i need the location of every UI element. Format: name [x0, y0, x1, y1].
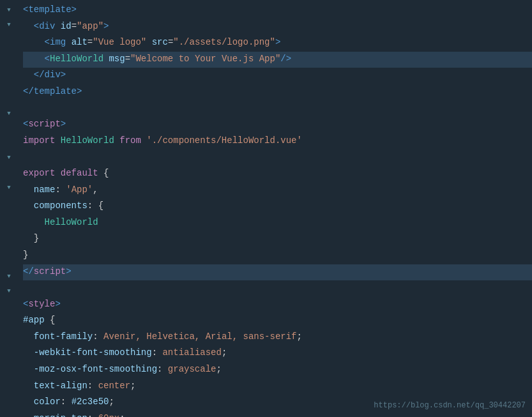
code-line-4: < HelloWorld msg = "Welcome to Your Vue.…	[23, 52, 532, 68]
fold-8[interactable]	[0, 106, 18, 121]
code-line-21: font-family : Avenir, Helvetica, Arial, …	[23, 330, 532, 346]
fold-24	[0, 343, 18, 358]
code-editor: <template> <div id = "app" > <img alt = …	[0, 0, 532, 417]
code-line-6: </template>	[23, 84, 532, 101]
fold-17	[0, 239, 18, 254]
code-line-5: </div>	[23, 68, 532, 84]
token-attr: id	[61, 19, 72, 33]
fold-14	[0, 195, 18, 209]
fold-9	[0, 121, 18, 135]
fold-18	[0, 254, 18, 269]
fold-15	[0, 209, 18, 224]
fold-11[interactable]	[0, 151, 18, 165]
fold-23	[0, 328, 18, 343]
code-line-2: <div id = "app" >	[23, 19, 532, 36]
code-line-17: </ script >	[23, 264, 532, 281]
fold-21	[0, 298, 18, 313]
fold-19[interactable]	[0, 269, 18, 284]
code-line-24: text-align : center ;	[23, 379, 532, 395]
code-line-23: -moz-osx-font-smoothing : grayscale ;	[23, 362, 532, 379]
fold-4	[0, 47, 18, 62]
code-line-14: HelloWorld	[23, 215, 532, 232]
code-line-20: #app {	[23, 313, 532, 330]
fold-28	[0, 402, 18, 417]
fold-25	[0, 358, 18, 372]
token-indent	[23, 19, 34, 33]
fold-13[interactable]	[0, 180, 18, 195]
fold-3	[0, 32, 18, 47]
fold-10	[0, 136, 18, 151]
code-line-1: <template>	[23, 3, 532, 19]
code-line-9: import HelloWorld from './components/Hel…	[23, 133, 532, 150]
code-line-16: }	[23, 248, 532, 264]
code-content[interactable]: <template> <div id = "app" > <img alt = …	[18, 0, 532, 417]
code-line-15: }	[23, 231, 532, 248]
code-line-26: margin-top : 60px ;	[23, 411, 532, 417]
fold-16	[0, 225, 18, 239]
code-line-8: < script >	[23, 117, 532, 133]
code-line-13: components : {	[23, 199, 532, 215]
fold-7	[0, 91, 18, 106]
fold-20[interactable]	[0, 284, 18, 298]
token-attr-value: "app"	[77, 19, 103, 33]
fold-22	[0, 314, 18, 328]
token-tag: <div	[34, 19, 61, 33]
code-line-18	[23, 280, 532, 297]
token-tag: <template>	[23, 3, 77, 17]
gutter	[0, 0, 18, 417]
code-line-3: <img alt = "Vue logo" src = "./assets/lo…	[23, 35, 532, 52]
code-line-12: name : 'App' ,	[23, 183, 532, 199]
fold-1[interactable]	[0, 3, 18, 17]
fold-2[interactable]	[0, 17, 18, 32]
fold-5	[0, 62, 18, 77]
code-line-22: -webkit-font-smoothing : antialiased ;	[23, 345, 532, 362]
fold-27	[0, 387, 18, 402]
code-line-7	[23, 101, 532, 118]
fold-6	[0, 77, 18, 91]
code-line-11: export default {	[23, 166, 532, 183]
code-line-10	[23, 149, 532, 166]
code-line-19: < style >	[23, 297, 532, 314]
watermark: https://blog.csdn.net/qq_30442207	[374, 400, 526, 412]
fold-26	[0, 372, 18, 387]
fold-12	[0, 165, 18, 180]
